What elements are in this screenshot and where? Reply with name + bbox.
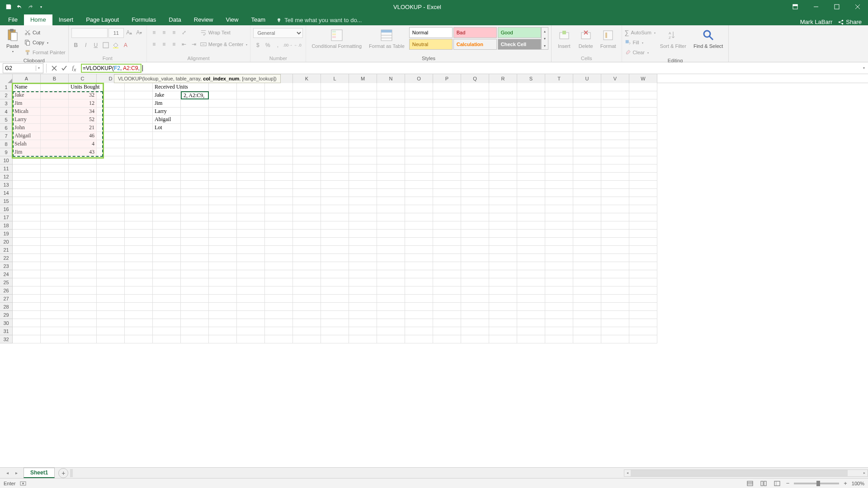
cell[interactable] [517,246,545,254]
cell[interactable] [125,148,153,156]
cell[interactable]: Name [13,83,41,91]
cell[interactable] [489,124,517,132]
cell[interactable] [489,230,517,238]
cell[interactable] [321,238,349,246]
cell[interactable] [517,230,545,238]
cell[interactable] [405,164,433,173]
cell[interactable]: 43 [69,148,97,156]
cell[interactable] [517,124,545,132]
cell[interactable] [69,286,97,295]
cell[interactable] [41,221,69,230]
wrap-text-button[interactable]: Wrap Text [200,28,248,37]
cell[interactable] [321,278,349,286]
fill-button[interactable]: Fill▾ [625,38,656,47]
cell[interactable] [153,189,181,197]
cell[interactable] [349,132,377,140]
cell[interactable] [517,99,545,108]
cell[interactable] [209,173,237,181]
cell[interactable] [125,99,153,108]
cell[interactable] [265,230,293,238]
cell[interactable] [41,295,69,303]
cell[interactable] [293,246,321,254]
cell[interactable] [629,173,657,181]
name-box[interactable]: G2 ▾ [3,63,43,73]
add-sheet-button[interactable]: + [58,468,68,478]
cell[interactable] [573,213,601,221]
cell[interactable] [573,181,601,189]
cell[interactable] [209,295,237,303]
cell[interactable] [69,197,97,205]
cell[interactable] [265,148,293,156]
formula-input[interactable]: =VLOOKUP(F2, A2:C9, [79,63,860,73]
cell[interactable] [377,148,405,156]
row-header[interactable]: 27 [0,295,13,303]
cell[interactable] [517,213,545,221]
column-header[interactable]: A [13,74,41,83]
cell[interactable] [69,213,97,221]
cell[interactable] [125,164,153,173]
cell[interactable] [181,311,209,319]
row-header[interactable]: 8 [0,140,13,148]
cell[interactable]: Jim [13,99,41,108]
cell[interactable] [601,189,629,197]
cell[interactable] [153,221,181,230]
cell[interactable] [349,230,377,238]
cell[interactable] [321,156,349,164]
cell[interactable] [461,278,489,286]
row-header[interactable]: 15 [0,197,13,205]
cell[interactable] [209,311,237,319]
cell[interactable] [461,303,489,311]
cell[interactable] [489,164,517,173]
cell[interactable] [629,189,657,197]
cell[interactable] [517,311,545,319]
cell[interactable] [125,189,153,197]
cell[interactable] [209,238,237,246]
cell[interactable] [517,91,545,99]
cell[interactable] [433,213,461,221]
cell[interactable]: 4 [69,140,97,148]
cell[interactable]: 12 [69,99,97,108]
cell[interactable] [545,254,573,262]
cell[interactable] [321,116,349,124]
row-header[interactable]: 32 [0,335,13,343]
cell[interactable] [69,262,97,270]
cell[interactable] [265,132,293,140]
cell[interactable] [573,148,601,156]
tab-data[interactable]: Data [162,14,187,25]
cell[interactable] [377,132,405,140]
cell[interactable] [97,303,125,311]
cell[interactable] [461,116,489,124]
cell[interactable] [349,319,377,327]
cell[interactable] [517,108,545,116]
cell[interactable] [13,303,41,311]
cell[interactable] [489,140,517,148]
column-header[interactable]: O [405,74,433,83]
cell[interactable] [405,132,433,140]
cell[interactable] [69,156,97,164]
cell[interactable] [321,303,349,311]
cell[interactable] [293,213,321,221]
cell[interactable] [489,99,517,108]
cell[interactable] [629,156,657,164]
cell[interactable] [545,148,573,156]
cell[interactable] [237,132,265,140]
cell[interactable] [97,286,125,295]
cell[interactable] [629,286,657,295]
cell[interactable] [601,311,629,319]
cell[interactable] [489,132,517,140]
cell[interactable] [601,303,629,311]
cell[interactable] [601,181,629,189]
cell[interactable]: 46 [69,132,97,140]
cell[interactable] [489,156,517,164]
row-header[interactable]: 19 [0,230,13,238]
cell[interactable] [517,254,545,262]
cell[interactable] [573,108,601,116]
cell[interactable] [349,238,377,246]
cell[interactable] [153,197,181,205]
style-bad[interactable]: Bad [453,27,497,38]
cell[interactable] [209,319,237,327]
cell[interactable] [629,238,657,246]
cell[interactable] [265,327,293,335]
minimize-icon[interactable] [806,0,826,14]
cell[interactable] [265,221,293,230]
